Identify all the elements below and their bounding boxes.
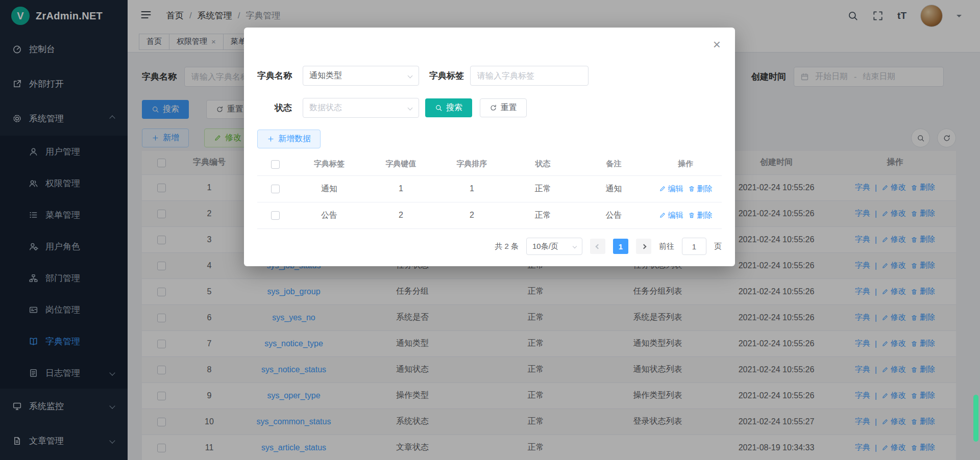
row-checkbox[interactable] [271,211,280,220]
ops-cell: 编辑删除 [649,175,722,202]
chevron-right-icon [641,244,646,249]
chevron-down-icon [408,73,413,79]
trash-icon [688,212,695,219]
dict-label-input[interactable] [470,66,589,86]
select-all-cell [257,153,293,175]
op-label: 编辑 [668,184,683,194]
chevron-down-icon [573,244,577,248]
dict-value-cell: 1 [365,175,436,202]
dict-value-cell: 2 [365,202,436,228]
delete-link[interactable]: 删除 [688,211,713,220]
page-size-value: 10条/页 [532,242,558,251]
column-header-sort: 字典排序 [436,153,507,175]
dict-label-cell: 通知 [293,175,365,202]
row-actions: 编辑删除 [649,184,722,194]
op-label: 编辑 [668,211,683,220]
scrollbar-thumb[interactable] [973,395,978,442]
search-icon [435,104,443,112]
column-header-remark: 备注 [578,153,649,175]
modal-reset-button[interactable]: 重置 [480,98,527,117]
modal-search-button[interactable]: 搜索 [425,98,472,117]
add-data-label: 新增数据 [278,134,311,144]
modal-search-label: 搜索 [446,103,462,113]
pencil-icon [659,212,666,219]
column-header-value: 字典键值 [365,153,436,175]
status-select-placeholder: 数据状态 [309,103,342,113]
prev-page-button[interactable] [590,239,605,254]
edit-link[interactable]: 编辑 [659,184,683,194]
dict-label-label: 字典标签 [429,70,464,82]
chevron-left-icon [595,244,600,249]
dict-name-label: 字典名称 [257,70,292,82]
dict-data-dialog: × 字典名称 通知类型 字典标签 状态 数据状态 搜索 重置 新增数据 [244,28,735,266]
status-cell: 正常 [507,202,578,228]
status-cell: 正常 [507,175,578,202]
checkbox-cell [257,202,293,228]
status-select[interactable]: 数据状态 [303,98,419,118]
modal-reset-label: 重置 [501,103,517,113]
row-actions: 编辑删除 [649,211,722,220]
ops-cell: 编辑删除 [649,202,722,228]
edit-link[interactable]: 编辑 [659,211,683,220]
close-icon[interactable]: × [713,38,721,51]
select-all-checkbox[interactable] [271,160,280,169]
goto-page-input[interactable] [682,238,706,255]
plus-icon [267,135,275,143]
pagination-total: 共 2 条 [495,242,519,251]
remark-cell: 公告 [578,202,649,228]
goto-label: 前往 [659,242,674,251]
trash-icon [688,185,695,192]
dict-sort-cell: 1 [436,175,507,202]
dict-data-table: 字典标签 字典键值 字典排序 状态 备注 操作 通知11正常通知编辑删除公告22… [257,153,722,229]
add-data-button[interactable]: 新增数据 [257,130,321,148]
column-header-ops: 操作 [649,153,722,175]
table-row: 通知11正常通知编辑删除 [257,175,722,202]
next-page-button[interactable] [636,239,651,254]
page-size-select[interactable]: 10条/页 [526,238,582,255]
row-checkbox[interactable] [271,185,280,193]
status-label: 状态 [257,102,292,114]
remark-cell: 通知 [578,175,649,202]
dict-sort-cell: 2 [436,202,507,228]
modal-filter-row-1: 字典名称 通知类型 字典标签 [257,66,589,86]
op-label: 删除 [697,184,713,194]
chevron-down-icon [408,106,413,111]
dict-label-cell: 公告 [293,202,365,228]
op-label: 删除 [697,211,713,220]
refresh-icon [489,104,497,112]
dict-name-select-value: 通知类型 [309,70,342,81]
pencil-icon [659,185,666,192]
dict-name-select[interactable]: 通知类型 [303,66,419,86]
column-header-status: 状态 [507,153,578,175]
checkbox-cell [257,175,293,202]
table-header-row: 字典标签 字典键值 字典排序 状态 备注 操作 [257,153,722,175]
modal-filter-row-2: 状态 数据状态 搜索 重置 [257,98,527,118]
delete-link[interactable]: 删除 [688,184,713,194]
current-page-button[interactable]: 1 [613,239,628,254]
table-row: 公告22正常公告编辑删除 [257,202,722,228]
column-header-label: 字典标签 [293,153,365,175]
pagination: 共 2 条 10条/页 1 前往 页 [495,238,722,255]
page-unit-label: 页 [714,242,722,251]
